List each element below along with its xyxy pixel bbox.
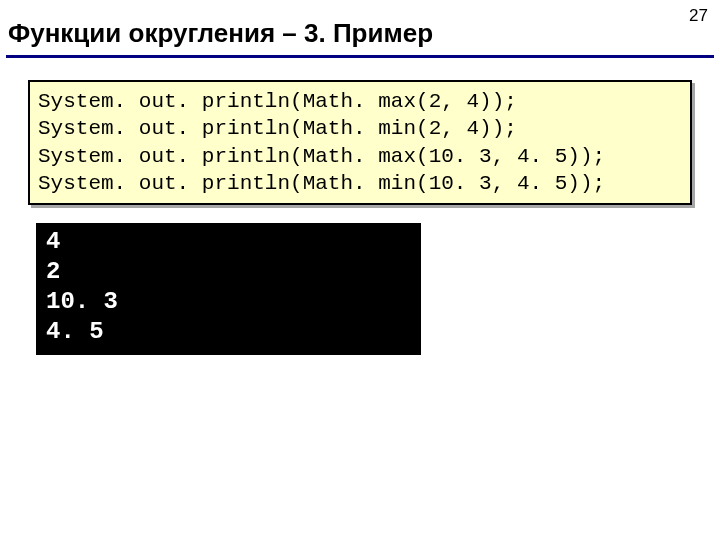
code-line: System. out. println(Math. min(2, 4)); — [38, 117, 517, 140]
output-line: 2 — [46, 258, 60, 285]
code-line: System. out. println(Math. max(10. 3, 4.… — [38, 145, 605, 168]
output-line: 10. 3 — [46, 288, 118, 315]
output-line: 4 — [46, 228, 60, 255]
title-underline — [6, 55, 714, 58]
code-line: System. out. println(Math. min(10. 3, 4.… — [38, 172, 605, 195]
console-output: 4 2 10. 3 4. 5 — [36, 223, 421, 355]
code-block: System. out. println(Math. max(2, 4)); S… — [28, 80, 692, 205]
page-title: Функции округления – 3. Пример — [0, 0, 720, 55]
output-line: 4. 5 — [46, 318, 104, 345]
page-number: 27 — [689, 6, 708, 26]
code-line: System. out. println(Math. max(2, 4)); — [38, 90, 517, 113]
